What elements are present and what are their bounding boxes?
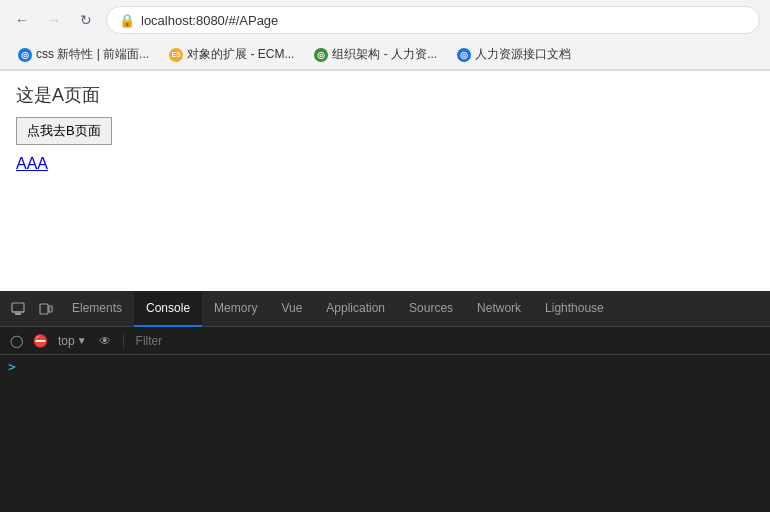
svg-rect-4 xyxy=(49,306,52,312)
svg-rect-3 xyxy=(40,304,48,314)
toolbar-divider xyxy=(123,333,124,349)
reload-button[interactable]: ↻ xyxy=(74,8,98,32)
tab-vue[interactable]: Vue xyxy=(269,291,314,327)
bookmark-org-label: 组织架构 - 人力资... xyxy=(332,46,437,63)
tab-lighthouse[interactable]: Lighthouse xyxy=(533,291,616,327)
bookmark-hr-label: 人力资源接口文档 xyxy=(475,46,571,63)
devtools-toolbar: ◯ ⛔ top ▼ 👁 xyxy=(0,327,770,355)
aaa-link[interactable]: AAA xyxy=(16,155,754,173)
bookmark-es-label: 对象的扩展 - ECM... xyxy=(187,46,294,63)
forward-button[interactable]: → xyxy=(42,8,66,32)
svg-rect-2 xyxy=(15,313,21,315)
page-content: 这是A页面 点我去B页面 AAA xyxy=(0,71,770,291)
tab-network[interactable]: Network xyxy=(465,291,533,327)
bookmark-css-icon: ◎ xyxy=(18,48,32,62)
browser-chrome: ← → ↻ 🔒 localhost:8080/#/APage ◎ css 新特性… xyxy=(0,0,770,71)
console-prompt: > xyxy=(8,359,762,374)
tab-memory[interactable]: Memory xyxy=(202,291,269,327)
tab-sources[interactable]: Sources xyxy=(397,291,465,327)
tab-elements[interactable]: Elements xyxy=(60,291,134,327)
tab-console[interactable]: Console xyxy=(134,291,202,327)
clear-console-icon[interactable]: ◯ xyxy=(6,331,26,351)
tab-application[interactable]: Application xyxy=(314,291,397,327)
page-title: 这是A页面 xyxy=(16,83,754,107)
devtools-inspect-icon[interactable] xyxy=(4,295,32,323)
console-area: > xyxy=(0,355,770,512)
bookmark-org-icon: ◎ xyxy=(314,48,328,62)
bookmark-org[interactable]: ◎ 组织架构 - 人力资... xyxy=(306,44,445,65)
address-bar[interactable]: 🔒 localhost:8080/#/APage xyxy=(106,6,760,34)
bookmarks-bar: ◎ css 新特性 | 前端面... ES 对象的扩展 - ECM... ◎ 组… xyxy=(0,40,770,70)
back-button[interactable]: ← xyxy=(10,8,34,32)
devtools-responsive-icon[interactable] xyxy=(32,295,60,323)
bookmark-css[interactable]: ◎ css 新特性 | 前端面... xyxy=(10,44,157,65)
console-filter-input[interactable] xyxy=(132,332,764,350)
bookmark-es-icon: ES xyxy=(169,48,183,62)
bookmark-es[interactable]: ES 对象的扩展 - ECM... xyxy=(161,44,302,65)
svg-rect-0 xyxy=(12,303,24,312)
bookmark-hr-icon: ◎ xyxy=(457,48,471,62)
bookmark-css-label: css 新特性 | 前端面... xyxy=(36,46,149,63)
console-arrow: > xyxy=(8,359,16,374)
devtools-panel: Elements Console Memory Vue Application … xyxy=(0,291,770,512)
lock-icon: 🔒 xyxy=(119,13,135,28)
chevron-down-icon: ▼ xyxy=(77,335,87,346)
bookmark-hr[interactable]: ◎ 人力资源接口文档 xyxy=(449,44,579,65)
context-select[interactable]: top ▼ xyxy=(54,332,91,350)
goto-b-button[interactable]: 点我去B页面 xyxy=(16,117,112,145)
devtools-tabbar: Elements Console Memory Vue Application … xyxy=(0,291,770,327)
eye-icon[interactable]: 👁 xyxy=(95,331,115,351)
no-entry-icon[interactable]: ⛔ xyxy=(30,331,50,351)
nav-bar: ← → ↻ 🔒 localhost:8080/#/APage xyxy=(0,0,770,40)
url-text: localhost:8080/#/APage xyxy=(141,13,278,28)
